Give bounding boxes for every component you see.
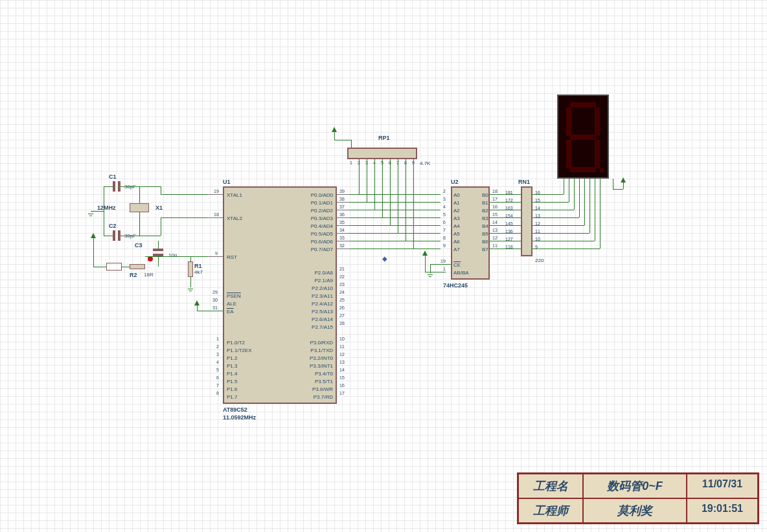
u1-p18: 18: [214, 212, 219, 217]
chip-rp1[interactable]: [347, 148, 417, 159]
schematic-canvas[interactable]: U1 AT89C52 11.0592MHz XTAL1 19 XTAL2 18 …: [0, 0, 767, 532]
r2-ref: R2: [130, 272, 137, 278]
tb-project-name: 数码管0~F: [583, 474, 687, 498]
origin-marker: ◆: [382, 255, 387, 262]
u1-xtal1: XTAL1: [227, 192, 242, 198]
u1-part: AT89C52: [223, 406, 247, 413]
chip-rn1[interactable]: [521, 186, 532, 256]
tb-engineer-name: 莫利奖: [583, 498, 687, 523]
resistor-r1[interactable]: [188, 261, 193, 277]
ground-r1: [187, 289, 194, 294]
u1-ref: U1: [223, 179, 231, 185]
r2-val: 18R: [144, 272, 154, 278]
x1-val: 12MHz: [97, 205, 116, 211]
u1-ea: EA: [227, 309, 234, 315]
u1-p30: 30: [212, 298, 218, 302]
vcc-arrow-reset: [91, 233, 96, 238]
c1-ref: C1: [109, 173, 117, 180]
vcc-arrow-ab: [422, 250, 428, 256]
cap-c1[interactable]: [113, 181, 115, 192]
rn1-ref: RN1: [518, 179, 530, 185]
tb-project-label: 工程名: [518, 474, 583, 498]
tb-date: 11/07/31: [687, 474, 758, 498]
vcc-arrow-7seg: [621, 177, 626, 183]
cap-c2[interactable]: [113, 230, 115, 241]
c3-val: 10n: [168, 252, 177, 258]
r1-val: 4k7: [194, 269, 203, 275]
u1-psen: PSEN: [227, 293, 241, 299]
cap-c3[interactable]: [153, 249, 163, 251]
rp1-val: 4.7K: [420, 161, 430, 166]
tb-time: 19:01:51: [687, 498, 758, 523]
rn1-val: 220: [535, 258, 544, 263]
tb-engineer-label: 工程师: [518, 498, 583, 523]
crystal-x1[interactable]: [130, 203, 149, 212]
rp1-ref: RP1: [378, 135, 390, 141]
vcc-arrow-rp1: [332, 127, 337, 132]
ground-xtal: [87, 214, 95, 219]
u1-p9: 9: [215, 251, 218, 256]
u2-ref: U2: [451, 179, 459, 185]
u1-p31: 31: [212, 305, 218, 310]
resistor-r2[interactable]: [130, 264, 145, 269]
seven-segment-display[interactable]: [557, 94, 609, 179]
u1-ale: ALE: [227, 301, 236, 307]
vcc-arrow-ea: [194, 300, 200, 305]
ground-u2-ce: [426, 274, 434, 280]
u1-freq: 11.0592MHz: [223, 414, 256, 421]
u1-p19: 19: [214, 189, 219, 194]
x1-ref: X1: [155, 205, 163, 211]
r1-ref: R1: [194, 263, 202, 269]
u1-xtal2: XTAL2: [227, 216, 242, 221]
c3-ref: C3: [135, 242, 143, 249]
title-block: 工程名 数码管0~F 11/07/31 工程师 莫利奖 19:01:51: [517, 472, 759, 524]
c2-ref: C2: [109, 223, 117, 229]
u2-part: 74HC245: [443, 282, 468, 289]
u1-p29: 29: [212, 290, 218, 294]
push-button[interactable]: [106, 263, 122, 271]
u1-rst: RST: [227, 254, 237, 260]
probe-indicator: [148, 256, 153, 261]
